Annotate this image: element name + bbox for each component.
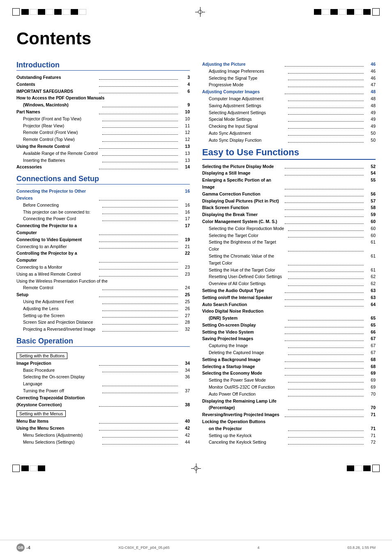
toc-connecting-monitor: Connecting to a Monitor 23 [16,264,190,271]
toc-brightness-target: Setting the Brightness of the Target Col… [202,239,376,253]
page-title: Contents [16,29,376,48]
toc-adjusting-picture: Adjusting the Picture 46 [202,61,376,68]
toc-power-cord: Connecting the Power Cord 17 [16,215,190,222]
toc-checking-input: Checking the Input Signal 49 [202,123,376,130]
toc-break-timer: Displaying the Break Timer 59 [202,211,376,218]
toc-enlarging: Enlarging a Specific Portion of an Image… [202,177,376,191]
toc-accessories: Accessories 14 [16,164,190,170]
toc-background-image: Setting a Background Image 68 [202,356,376,363]
boxed-menus-label: Setting with the Menus [16,410,66,417]
toc-image-projection: Image Projection 34 [16,360,190,367]
toc-percentage: (Percentage) 70 [202,404,376,411]
toc-signal-type: Selecting the Signal Type 46 [202,75,376,82]
section-introduction: Introduction [16,61,190,71]
toc-remaining-lamp: Displaying the Remaining Lamp Life [202,398,376,405]
easy-to-use-toc: Selecting the Picture Display Mode 52 Di… [202,163,376,446]
toc-keylock-setup: Setting up the Keylock 71 [202,432,376,439]
toc-progressive-mode: Progressive Mode 47 [202,81,376,88]
toc-menu-adjustments: Menu Selections (Adjustments) 42 [16,432,190,439]
toc-economy-mode: Selecting the Economy Mode 69 [202,370,376,377]
toc-saving-projected: Saving Projected Images 67 [202,335,376,342]
toc-chromatic-value: Setting the Chromatic Value of the Targe… [202,253,376,267]
toc-menu-bar: Menu Bar Items 40 [16,418,190,425]
toc-monitor-off: Monitor Out/RS-232C Off Function 69 [202,384,376,391]
toc-remote-control: Remote Control 24 [16,284,190,291]
toc-gamma-correction: Gamma Correction Function 56 [202,191,376,198]
toc-projector-rear: Projector (Rear View) 11 [16,122,190,129]
toc-auto-sync-display: Auto Sync Display Function 50 [202,137,376,144]
toc-internal-speaker: Setting on/off the Internal Speaker 63 [202,294,376,301]
toc-color-reproduction: Selecting the Color Reproduction Mode 60 [202,225,376,232]
toc-black-screen: Black Screen Function 58 [202,204,376,211]
toc-overview-color: Overview of All Color Settings 62 [202,280,376,287]
left-column: Introduction Outstanding Features 3 Cont… [16,57,190,446]
toc-target-color: Selecting the Target Color 60 [202,232,376,239]
page-num-text: -4 [26,545,30,550]
toc-screen-setup: Setting up the Screen 27 [16,312,190,319]
black-bar-top-left [21,9,86,15]
toc-adjusting-lens: Adjusting the Lens 26 [16,305,190,312]
toc-locking-buttons: Locking the Operation Buttons [202,418,376,425]
top-registration-marks [0,0,392,21]
page-content: Contents Introduction Outstanding Featur… [0,21,392,462]
toc-pdf-manuals-windows: (Windows, Macintosh) 9 [16,101,190,108]
toc-adjusting-computer-images: Adjusting Computer Images 48 [202,88,376,95]
toc-dual-pictures: Displaying Dual Pictures (Pict in Pict) … [202,198,376,205]
file-info: XG-C60X_E_PDF_p04_05.p65 [118,546,170,550]
toc-onscreen-display: Setting On-screen Display 65 [202,322,376,329]
toc-using-remote: Using the Remote Control 13 [16,143,190,150]
page-number-left: GB -4 [16,543,30,552]
toc-special-mode: Special Mode Settings 49 [202,116,376,123]
toc-power-save-mode: Setting the Power Save Mode 69 [202,377,376,384]
adjusting-picture-toc: Adjusting the Picture 46 Adjusting Image… [202,61,376,144]
basic-operation-toc: Setting with the Buttons Image Projectio… [16,350,190,446]
toc-startup-image: Selecting a Startup Image 68 [202,363,376,370]
toc-dnr-system: (DNR) System 65 [202,315,376,322]
toc-pdf-manuals: How to Access the PDF Operation Manuals [16,94,190,101]
corner-mark-tr [372,8,380,16]
toc-menu-screen: Using the Menu Screen 42 [16,425,190,432]
toc-capturing-image: Capturing the Image 67 [202,342,376,349]
crosshair-bottom-icon [191,463,201,473]
toc-part-names: Part Names 10 [16,108,190,115]
crosshair-icon [195,7,205,17]
toc-projector-front: Projector (Front and Top View) 10 [16,115,190,122]
toc-projector-connected: This projector can be connected to: 16 [16,209,190,216]
toc-range-remote: Available Range of the Remote Control 13 [16,150,190,157]
toc-auto-power-off: Auto Power Off Function 70 [202,391,376,398]
toc-still-image: Displaying a Still Image 54 [202,170,376,177]
toc-outstanding-features: Outstanding Features 3 [16,74,190,81]
toc-connecting-devices: Connecting the Projector to Other Device… [16,188,190,202]
toc-auto-sync-adj: Auto Sync Adjustment 50 [202,130,376,137]
corner-mark-br [372,465,380,472]
toc-connecting-computer: Connecting the Projector to a Computer 1… [16,222,190,236]
toc-deleting-image: Deleting the Captured Image 67 [202,349,376,356]
toc-remote-front: Remote Control (Front View) 12 [16,129,190,136]
toc-picture-display-mode: Selecting the Picture Display Mode 52 [202,163,376,170]
toc-controlling-computer: Controlling the Projector by a Computer … [16,250,190,264]
toc-before-connecting: Before Connecting 16 [16,202,190,209]
toc-onscreen-language: Selecting the On-screen Display Language… [16,373,190,387]
toc-keystone-sub: (Keystone Correction) 38 [16,401,190,408]
top-center-mark [195,7,205,17]
section-easy-to-use: Easy to Use Functions [202,147,376,160]
date-info: 03.8.28, 1:55 PM [347,546,376,550]
corner-mark-bl [12,465,20,472]
toc-auto-search: Auto Search Function 64 [202,301,376,308]
gb-circle: GB [16,543,25,552]
toc-video-system: Setting the Video System 66 [202,329,376,336]
toc-reversing-inverting: Reversing/Inverting Projected Images 71 [202,411,376,418]
top-right-marks [314,8,380,16]
toc-connecting-video: Connecting to Video Equipment 19 [16,236,190,243]
main-columns: Introduction Outstanding Features 3 Cont… [16,57,376,446]
black-bar-top-right [314,9,371,15]
right-column: Adjusting the Picture 46 Adjusting Image… [202,57,376,446]
toc-keystone: Correcting Trapezoidal Distortion [16,394,190,401]
toc-on-projector: on the Projector 71 [202,425,376,432]
black-bar-bottom-left [21,465,45,471]
toc-wireless-function: Using the Wireless Presentation Function… [16,278,190,285]
toc-hue-target: Setting the Hue of the Target Color 61 [202,267,376,274]
corner-mark-tl [12,8,20,16]
toc-power-off: Turning the Power off 37 [16,387,190,394]
toc-contents: Contents 4 [16,81,190,88]
